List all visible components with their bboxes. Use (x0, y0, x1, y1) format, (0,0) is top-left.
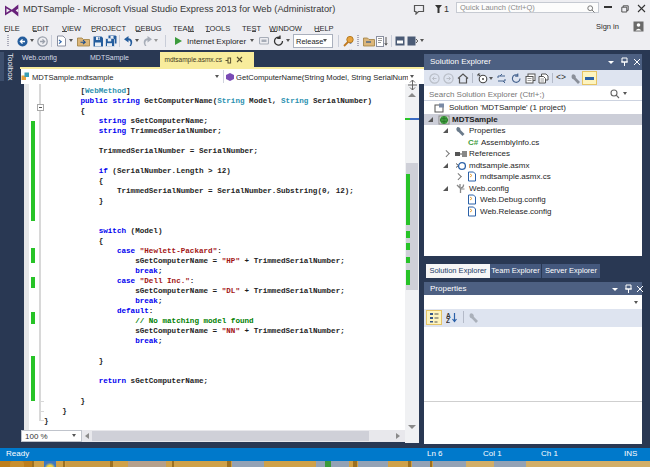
svg-text:Z: Z (446, 317, 450, 323)
